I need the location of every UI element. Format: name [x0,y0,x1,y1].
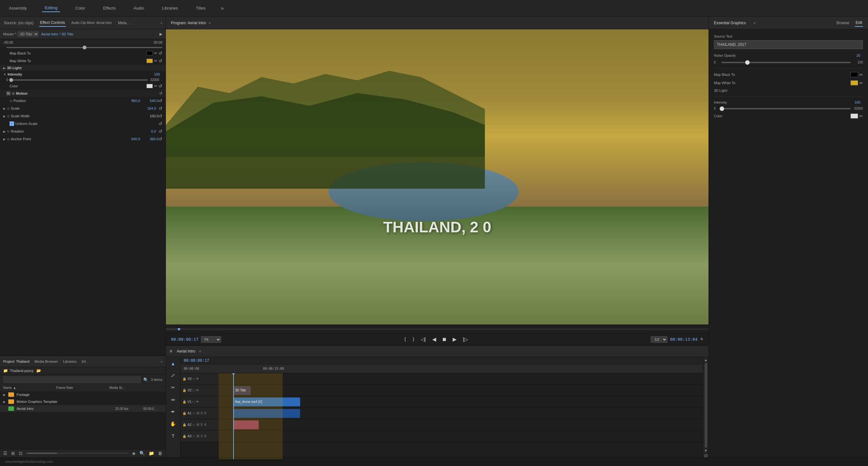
v3-content[interactable] [219,373,703,385]
tab-meta[interactable]: Meta... [117,20,130,27]
list-item[interactable] [233,421,259,429]
map-black-swatch[interactable] [147,51,153,56]
v3-visibility[interactable]: 👁 [196,377,199,380]
a1-mic[interactable]: 🎙 [204,411,207,415]
tl-razor-tool[interactable]: ✂ [170,384,177,392]
a3-lock[interactable]: 🔒 [183,434,186,438]
scale-width-reset[interactable]: ↺ [159,113,162,119]
map-white-swatch[interactable] [147,59,153,63]
vc-step-fwd-btn[interactable]: |▷ [461,336,470,343]
intensity-slider[interactable] [11,79,148,81]
eg-map-white-swatch[interactable] [850,80,858,86]
map-black-eyedrop[interactable]: ✏ [154,51,157,56]
position-y[interactable]: 540.0 [143,99,159,103]
list-item[interactable] [233,409,300,418]
position-reset[interactable]: ↺ [159,98,162,103]
vc-step-back-btn[interactable]: ◁| [419,336,428,343]
mgt-expand[interactable]: ▶ [3,400,6,403]
pf-list-view[interactable]: ☰ [3,451,7,456]
tl-scroll-up[interactable]: ▲ [704,358,708,362]
intensity-value[interactable]: 100 [144,72,160,76]
vc-mark-out-icon[interactable]: ⟩ [410,336,416,343]
color-reset[interactable]: ↺ [159,84,162,89]
a1-lock[interactable]: 🔒 [183,411,186,415]
a1-eye[interactable]: □ [193,411,194,415]
project-col-name[interactable]: Name ▲ [3,386,56,390]
list-item[interactable]: ▶ Aerial Intro 25.00 fps 00:00:0... [0,405,165,412]
pf-freeform-view[interactable]: ⊡ [19,451,23,456]
eg-noise-value[interactable]: 20 [851,54,860,57]
scale-width-value[interactable]: 100.0 [143,114,159,118]
v2-eye[interactable]: □ [193,389,194,392]
tl-hand-tool[interactable]: ✋ [169,420,177,428]
eg-map-black-swatch[interactable] [850,72,858,77]
a2-solo[interactable]: S [200,423,203,427]
intensity-section[interactable]: ▼ Intensity 100 [0,71,165,77]
tl-scroll-down[interactable]: ▼ [704,449,708,452]
v1-eye[interactable]: □ [193,400,194,403]
project-search-input[interactable] [3,376,141,383]
project-more-icon[interactable]: » [160,360,162,363]
master-link[interactable]: Aerial Intro * 3D Title [41,32,73,36]
eg-intensity-track[interactable] [721,108,851,109]
timeline-tab-menu[interactable]: ≡ [199,350,201,353]
tab-effect-controls[interactable]: Effect Controls [39,19,65,27]
a3-content[interactable] [219,431,703,442]
map-black-reset[interactable]: ↺ [159,51,162,56]
tl-type-tool[interactable]: T [170,432,176,440]
pf-delete-btn[interactable]: 🗑 [158,451,162,456]
vc-fit-select[interactable]: Fit 25% 50% 75% 100% [201,336,221,343]
anchor-x[interactable]: 640.0 [124,137,140,141]
rotation-value[interactable]: 0.0 [140,129,156,133]
timeline-close-btn[interactable]: ✕ [169,349,173,354]
a2-mute[interactable]: M [196,423,199,427]
nav-item-libraries[interactable]: Libraries [159,4,181,12]
vc-stop-btn[interactable]: ■ [440,335,448,343]
playhead-bar[interactable] [166,325,709,333]
vc-timecode-in[interactable]: 00:00:00:17 [171,337,198,342]
eg-color-swatch[interactable] [850,113,858,119]
color-swatch[interactable] [147,84,153,88]
rotation-reset[interactable]: ↺ [159,129,162,134]
v3-eye[interactable]: □ [193,377,194,380]
project-search-icon[interactable]: 🔍 [143,377,148,382]
vc-play-back-btn[interactable]: ◀ [430,336,438,343]
tab-audio-mixer[interactable]: Audio Clip Mixer: Aerial Intro [71,20,112,26]
a2-content[interactable] [219,419,703,430]
tl-scroll-thumb[interactable] [705,363,707,447]
map-white-eyedrop[interactable]: ✏ [154,59,157,63]
a3-solo[interactable]: S [200,434,203,438]
nav-item-titles[interactable]: Titles [193,4,208,12]
eg-map-black-eyedrop[interactable]: ✏ [859,72,863,77]
eg-tab-browse[interactable]: Browse [836,20,850,27]
v2-content[interactable]: 3D Title [219,385,703,396]
panel-more-icon[interactable]: » [160,21,162,25]
pf-search-btn[interactable]: 🔍 [140,451,145,456]
tab-source[interactable]: Source: (no clips) [3,20,34,27]
scale-reset[interactable]: ↺ [159,106,162,111]
nav-item-assembly[interactable]: Assembly [6,4,29,12]
list-item[interactable]: 3D Title [233,386,251,395]
tl-slip-tool[interactable]: ⇔ [170,396,177,404]
vc-mark-icon[interactable]: ⟨ [402,336,408,343]
list-item[interactable]: thai_drone.mp4 [V] [233,397,300,406]
nav-item-effects[interactable]: Effects [100,4,118,12]
tl-select-tool[interactable]: ▲ [169,360,177,367]
a3-eye[interactable]: □ [193,434,194,438]
pf-grid-view[interactable]: ⊞ [11,451,15,456]
project-folder-btn[interactable]: 📂 [36,368,41,373]
nav-item-audio[interactable]: Audio [131,4,147,12]
eg-tab-edit[interactable]: Edit [855,19,863,27]
v1-visibility[interactable]: 👁 [196,400,199,403]
footage-expand[interactable]: ▶ [3,393,6,397]
a3-mic[interactable]: 🎙 [204,434,207,438]
pf-zoom-slider[interactable] [27,453,128,454]
eg-source-input[interactable] [714,40,863,49]
master-select[interactable]: 3D Title [18,31,39,37]
main-slider[interactable] [0,45,165,49]
project-tab-media[interactable]: Media Browser [34,360,58,363]
a2-mic[interactable]: 🎙 [204,423,207,427]
v3-lock[interactable]: 🔒 [183,377,186,380]
vc-play-btn[interactable]: ▶ [451,336,458,343]
color-eyedrop[interactable]: ✏ [154,84,157,88]
